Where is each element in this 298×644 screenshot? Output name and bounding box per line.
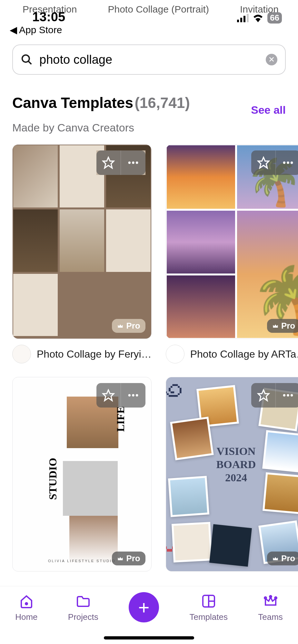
svg-point-21 [291, 394, 293, 396]
template-text: VISION BOARD 2024 [216, 445, 256, 484]
template-card: STUDIO LIFE OLIVIA LIFESTYLE STUDIO Pro [12, 377, 152, 572]
crown-icon [117, 323, 124, 329]
card-actions [251, 383, 298, 408]
svg-point-4 [22, 55, 29, 62]
svg-point-20 [287, 394, 289, 396]
svg-point-8 [132, 161, 134, 164]
nav-label: Templates [189, 612, 228, 622]
star-icon [102, 389, 115, 402]
template-thumbnail[interactable]: 🌴 🌴 Pro [166, 144, 298, 339]
cellular-icon [237, 14, 249, 22]
section-header: Canva Templates (16,741) See all Made by… [12, 94, 286, 134]
crown-icon [117, 555, 124, 562]
pro-badge: Pro [112, 319, 145, 333]
template-text: LIFE [114, 406, 127, 432]
pro-badge: Pro [267, 319, 298, 333]
more-icon [282, 389, 294, 402]
create-button[interactable]: + [129, 592, 159, 622]
plus-icon: + [138, 596, 150, 619]
svg-point-16 [132, 394, 134, 396]
crown-icon [272, 323, 279, 329]
svg-line-5 [28, 61, 32, 64]
status-bar: Presentation Photo Collage (Portrait) In… [0, 0, 298, 39]
back-label: App Store [19, 24, 62, 35]
svg-rect-1 [240, 18, 242, 22]
svg-rect-3 [247, 14, 249, 22]
close-icon: ✕ [268, 55, 275, 64]
wifi-icon [253, 14, 263, 22]
svg-point-13 [291, 161, 293, 164]
more-button[interactable] [121, 150, 145, 175]
category-tab-photo-collage[interactable]: Photo Collage (Portrait) [108, 4, 209, 15]
nav-label: Projects [68, 612, 98, 622]
favorite-button[interactable] [96, 150, 121, 175]
crown-icon [272, 555, 279, 562]
more-button[interactable] [276, 383, 298, 408]
home-indicator[interactable] [104, 636, 194, 639]
search-input[interactable] [39, 53, 259, 67]
svg-point-9 [136, 161, 138, 164]
svg-marker-10 [258, 157, 269, 168]
favorite-button[interactable] [96, 383, 121, 408]
template-caption: OLIVIA LIFESTYLE STUDIO [48, 559, 116, 563]
svg-rect-2 [243, 16, 245, 22]
more-icon [127, 156, 140, 169]
templates-icon [201, 593, 216, 609]
result-count: (16,741) [134, 94, 190, 111]
section-subtitle: Made by Canva Creators [12, 121, 286, 134]
crown-icon [263, 593, 278, 609]
template-card: 🌴 🌴 Pro Photo Collage by ARTa… [166, 144, 298, 363]
clock-time: 13:05 [32, 10, 65, 24]
template-card: Pro Photo Collage by Feryi… [12, 144, 152, 363]
creator-avatar[interactable] [12, 345, 31, 363]
template-title[interactable]: Photo Collage by ARTa… [190, 348, 298, 360]
back-to-app-store[interactable]: ◀ App Store [10, 24, 62, 35]
creator-avatar[interactable] [166, 345, 184, 363]
star-icon [102, 156, 115, 169]
battery-level: 66 [267, 12, 282, 24]
svg-point-15 [128, 394, 130, 396]
search-icon [21, 53, 33, 66]
svg-point-17 [136, 394, 138, 396]
templates-grid: Pro Photo Collage by Feryi… 🌴 🌴 [12, 144, 286, 572]
favorite-button[interactable] [251, 383, 276, 408]
nav-label: Home [15, 612, 37, 622]
template-card: ꩜ 〰 VISION BOARD 2024 [166, 377, 298, 572]
home-icon [19, 593, 34, 609]
favorite-button[interactable] [251, 150, 276, 175]
template-title[interactable]: Photo Collage by Feryi… [37, 348, 152, 360]
svg-point-19 [283, 394, 285, 396]
card-actions [96, 150, 145, 175]
nav-home[interactable]: Home [15, 593, 37, 622]
svg-point-12 [287, 161, 289, 164]
svg-point-22 [25, 603, 27, 605]
bottom-nav: Home Projects + Templates Teams [0, 586, 298, 644]
pro-badge: Pro [267, 552, 298, 565]
nav-teams[interactable]: Teams [258, 593, 283, 622]
svg-point-7 [128, 161, 130, 164]
svg-marker-18 [258, 390, 269, 400]
card-actions [96, 383, 145, 408]
more-button[interactable] [121, 383, 145, 408]
card-actions [251, 150, 298, 175]
template-thumbnail[interactable]: Pro [12, 144, 152, 339]
clear-search-button[interactable]: ✕ [266, 54, 277, 65]
svg-point-11 [283, 161, 285, 164]
template-thumbnail[interactable]: ꩜ 〰 VISION BOARD 2024 [166, 377, 298, 572]
template-thumbnail[interactable]: STUDIO LIFE OLIVIA LIFESTYLE STUDIO Pro [12, 377, 152, 572]
more-button[interactable] [276, 150, 298, 175]
nav-projects[interactable]: Projects [68, 593, 98, 622]
template-text: STUDIO [47, 458, 59, 500]
see-all-link[interactable]: See all [251, 104, 286, 116]
card-meta: Photo Collage by Feryi… [12, 345, 152, 363]
nav-label: Teams [258, 612, 283, 622]
card-meta: Photo Collage by ARTa… [166, 345, 298, 363]
status-icons: 66 [237, 12, 282, 24]
folder-icon [75, 593, 91, 609]
chevron-left-icon: ◀ [10, 24, 17, 35]
section-title: Canva Templates [12, 94, 133, 111]
search-bar[interactable]: ✕ [12, 44, 286, 75]
star-icon [257, 389, 270, 402]
nav-templates[interactable]: Templates [189, 593, 228, 622]
star-icon [257, 156, 270, 169]
